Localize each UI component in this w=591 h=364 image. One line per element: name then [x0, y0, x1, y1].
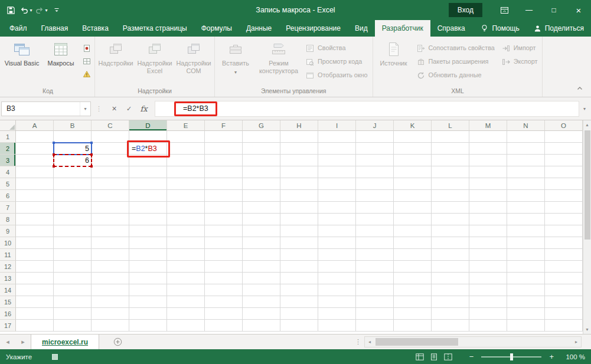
- record-macro-button[interactable]: [81, 42, 93, 54]
- column-header-K[interactable]: K: [394, 120, 432, 131]
- expansion-packs-button[interactable]: Пакеты расширения: [414, 56, 498, 68]
- row-header-6[interactable]: 6: [0, 190, 16, 202]
- row-header-8[interactable]: 8: [0, 214, 16, 225]
- column-header-D[interactable]: D: [129, 120, 167, 131]
- view-code-button[interactable]: Просмотр кода: [303, 56, 371, 68]
- vertical-scrollbar[interactable]: ▲ ▼: [583, 120, 591, 334]
- zoom-slider[interactable]: [481, 353, 541, 361]
- scroll-down-icon[interactable]: ▼: [585, 325, 589, 334]
- column-header-A[interactable]: A: [16, 120, 54, 131]
- horizontal-scrollbar[interactable]: ◂ ▸: [364, 336, 582, 347]
- maximize-button[interactable]: □: [541, 0, 566, 20]
- sheet-cells[interactable]: [16, 131, 583, 332]
- tab-help[interactable]: Помощь: [474, 20, 526, 37]
- source-button[interactable]: Источник: [375, 38, 413, 67]
- row-header-1[interactable]: 1: [0, 131, 16, 143]
- row-header-12[interactable]: 12: [0, 261, 16, 273]
- row-header-17[interactable]: 17: [0, 320, 16, 332]
- ribbon-display-options-button[interactable]: [492, 0, 517, 20]
- select-all-corner[interactable]: [0, 120, 16, 131]
- row-header-3[interactable]: 3: [0, 155, 16, 166]
- map-properties-button[interactable]: Сопоставить свойства: [414, 42, 498, 54]
- import-button[interactable]: Импорт: [499, 42, 541, 54]
- macros-button[interactable]: Макросы: [42, 38, 80, 67]
- row-header-16[interactable]: 16: [0, 308, 16, 320]
- tab-reference[interactable]: Справка: [430, 20, 472, 37]
- cell-D2[interactable]: =B2*B3: [129, 143, 167, 155]
- column-header-I[interactable]: I: [318, 120, 356, 131]
- insert-control-button[interactable]: Вставить▾: [217, 38, 254, 75]
- tab-page-layout[interactable]: Разметка страницы: [116, 20, 194, 37]
- zoom-level[interactable]: 100 %: [561, 353, 585, 360]
- column-header-N[interactable]: N: [507, 120, 545, 131]
- com-add-ins-button[interactable]: Надстройки COM: [175, 38, 213, 76]
- row-header-15[interactable]: 15: [0, 296, 16, 308]
- horizontal-scroll-thumb[interactable]: [376, 338, 458, 346]
- enter-button[interactable]: ✓: [122, 101, 136, 116]
- row-header-14[interactable]: 14: [0, 284, 16, 296]
- sign-in-button[interactable]: Вход: [449, 3, 482, 17]
- vertical-scroll-thumb[interactable]: [585, 130, 590, 240]
- column-header-J[interactable]: J: [356, 120, 394, 131]
- design-mode-button[interactable]: Режим конструктора: [256, 38, 302, 76]
- column-header-B[interactable]: B: [54, 120, 92, 131]
- column-header-C[interactable]: C: [92, 120, 129, 131]
- column-header-O[interactable]: O: [545, 120, 583, 131]
- scroll-left-icon[interactable]: ◂: [365, 339, 374, 345]
- sheet-tab-microexcel[interactable]: microexcel.ru: [31, 335, 99, 349]
- name-box[interactable]: B3 ▾: [1, 101, 91, 116]
- row-header-10[interactable]: 10: [0, 237, 16, 249]
- collapse-ribbon-button[interactable]: [574, 84, 585, 93]
- row-header-11[interactable]: 11: [0, 249, 16, 261]
- tab-data[interactable]: Данные: [239, 20, 279, 37]
- page-layout-view-button[interactable]: [430, 353, 438, 360]
- tab-share[interactable]: Поделиться: [527, 20, 591, 37]
- row-header-13[interactable]: 13: [0, 273, 16, 284]
- tab-file[interactable]: Файл: [2, 20, 34, 37]
- tab-formulas[interactable]: Формулы: [194, 20, 239, 37]
- redo-button[interactable]: ▾: [34, 2, 48, 18]
- cell-B3[interactable]: 6: [54, 155, 92, 166]
- row-header-7[interactable]: 7: [0, 202, 16, 214]
- refresh-data-button[interactable]: Обновить данные: [414, 70, 498, 81]
- export-button[interactable]: Экспорт: [499, 56, 541, 68]
- zoom-slider-thumb[interactable]: [510, 353, 513, 360]
- save-button[interactable]: [4, 2, 18, 18]
- name-box-dropdown-icon[interactable]: ▾: [80, 102, 90, 116]
- tab-review[interactable]: Рецензирование: [279, 20, 348, 37]
- column-header-E[interactable]: E: [167, 120, 205, 131]
- customize-quick-access-button[interactable]: [50, 2, 64, 18]
- close-button[interactable]: ×: [566, 0, 591, 20]
- sheet-nav-right-button[interactable]: ▸: [15, 335, 31, 349]
- row-header-5[interactable]: 5: [0, 178, 16, 190]
- column-header-F[interactable]: F: [205, 120, 243, 131]
- macro-record-indicator[interactable]: [52, 354, 58, 360]
- column-header-L[interactable]: L: [432, 120, 469, 131]
- zoom-out-button[interactable]: −: [469, 352, 474, 361]
- minimize-button[interactable]: —: [517, 0, 541, 20]
- sheet-nav-left-button[interactable]: ◂: [0, 335, 15, 349]
- tab-insert[interactable]: Вставка: [75, 20, 116, 37]
- page-break-view-button[interactable]: [444, 353, 452, 360]
- add-ins-button[interactable]: Надстройки: [97, 38, 135, 67]
- row-header-2[interactable]: 2: [0, 143, 16, 155]
- insert-function-button[interactable]: fx: [136, 101, 151, 116]
- properties-button[interactable]: Свойства: [303, 42, 371, 54]
- formula-input[interactable]: =B2*B3: [155, 101, 579, 117]
- tab-home[interactable]: Главная: [34, 20, 76, 37]
- column-header-H[interactable]: H: [280, 120, 318, 131]
- tab-developer[interactable]: Разработчик: [375, 20, 430, 37]
- visual-basic-button[interactable]: Visual Basic: [3, 38, 41, 67]
- undo-button[interactable]: ▾: [19, 2, 33, 18]
- formula-bar-expand-icon[interactable]: ▾: [579, 106, 590, 112]
- cell-B2[interactable]: 5: [54, 143, 92, 155]
- new-sheet-button[interactable]: [109, 335, 126, 349]
- zoom-in-button[interactable]: +: [549, 352, 554, 361]
- row-header-9[interactable]: 9: [0, 225, 16, 237]
- column-header-G[interactable]: G: [243, 120, 280, 131]
- cancel-button[interactable]: ×: [107, 101, 122, 116]
- scroll-right-icon[interactable]: ▸: [572, 339, 581, 345]
- run-dialog-button[interactable]: Отобразить окно: [303, 70, 371, 81]
- column-header-M[interactable]: M: [469, 120, 507, 131]
- normal-view-button[interactable]: [416, 353, 424, 360]
